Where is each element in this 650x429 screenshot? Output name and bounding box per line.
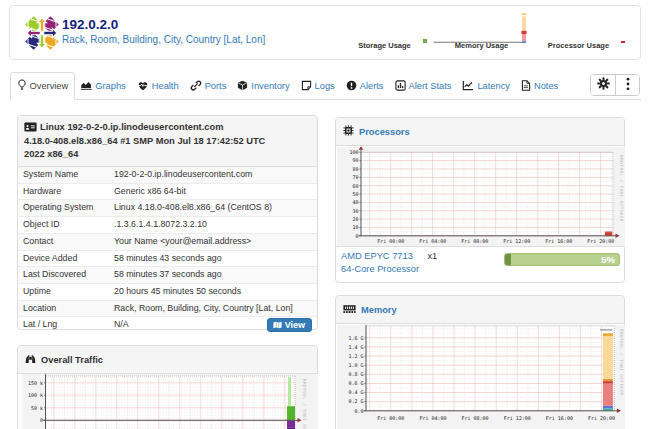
row-value-text: Your Name <your@email.address> bbox=[114, 236, 251, 246]
row-value-text: 58 minutes 37 seconds ago bbox=[114, 269, 222, 279]
svg-text:Fri 04:00: Fri 04:00 bbox=[419, 415, 446, 421]
mini-graph-memory[interactable]: Memory Usage bbox=[433, 12, 530, 56]
system-info-row: System Name192-0-2-0.ip.linodeuserconten… bbox=[18, 167, 317, 183]
row-value-text: 192-0-2-0.ip.linodeusercontent.com bbox=[114, 169, 252, 179]
lightbulb-icon bbox=[17, 79, 27, 93]
device-settings-button[interactable] bbox=[591, 75, 615, 95]
memory-graph[interactable]: 0.00.2 G0.4 G0.6 G0.8 G1.0 G1.2 G1.4 G1.… bbox=[337, 325, 624, 429]
mini-graph-storage[interactable]: Storage Usage bbox=[336, 12, 433, 56]
row-value: Rack, Room, Building, City, Country [Lat… bbox=[109, 300, 317, 317]
row-value: .1.3.6.1.4.1.8072.3.2.10 bbox=[109, 217, 317, 234]
row-value: 192-0-2-0.ip.linodeusercontent.com bbox=[109, 167, 317, 183]
svg-text:100: 100 bbox=[349, 149, 358, 155]
row-value-text: .1.3.6.1.4.1.8072.3.2.10 bbox=[114, 219, 207, 229]
svg-text:0: 0 bbox=[40, 417, 43, 423]
traffic-rrd-chart: 050 k100 k150 kRRDTOOL / TOBI OETIKER bbox=[22, 374, 318, 429]
svg-text:50: 50 bbox=[352, 191, 358, 197]
row-label: Location bbox=[18, 300, 109, 317]
tab-latency[interactable]: Latency bbox=[457, 72, 516, 100]
processors-title: Processors bbox=[359, 127, 410, 137]
binoculars-icon bbox=[25, 354, 36, 366]
id-card-icon bbox=[24, 122, 40, 132]
system-info-row: Uptime20 hours 45 minutes 50 seconds bbox=[18, 283, 317, 300]
tab-health[interactable]: Health bbox=[131, 72, 184, 100]
system-info-title: Linux 192-0-2-0.ip.linodeusercontent.com… bbox=[24, 122, 265, 159]
row-value: 58 minutes 37 seconds ago bbox=[109, 267, 317, 284]
memory-sparkline bbox=[433, 12, 530, 43]
svg-text:150 k: 150 k bbox=[28, 380, 43, 386]
tab-graphs[interactable]: Graphs bbox=[75, 72, 132, 100]
exclamation-circle-icon bbox=[346, 80, 357, 93]
tab-alert-stats[interactable]: Alert Stats bbox=[389, 72, 457, 100]
row-label: Object ID bbox=[18, 217, 109, 234]
svg-text:0.2 G: 0.2 G bbox=[348, 398, 363, 404]
system-info-row: Last Discovered58 minutes 37 seconds ago bbox=[18, 267, 317, 284]
row-value: Your Name <your@email.address> bbox=[109, 233, 317, 250]
row-value: 58 minutes 43 seconds ago bbox=[109, 250, 317, 267]
svg-text:RRDTOOL / TOBI OETIKER: RRDTOOL / TOBI OETIKER bbox=[619, 329, 624, 395]
tab-alerts[interactable]: Alerts bbox=[340, 72, 389, 100]
map-icon bbox=[273, 321, 282, 329]
svg-text:Fri 08:00: Fri 08:00 bbox=[461, 238, 488, 244]
centos-logo bbox=[17, 8, 67, 58]
more-options-button[interactable] bbox=[615, 75, 639, 95]
overall-traffic-graph[interactable]: 050 k100 k150 kRRDTOOL / TOBI OETIKER bbox=[22, 374, 317, 429]
row-value-text: N/A bbox=[114, 319, 129, 329]
row-label: Contact bbox=[18, 233, 109, 250]
svg-text:0.0: 0.0 bbox=[354, 408, 363, 414]
processors-panel: Processors 0102030405060708090100Fri 00:… bbox=[335, 117, 625, 283]
system-info-row: LocationRack, Room, Building, City, Coun… bbox=[18, 300, 317, 317]
svg-text:90: 90 bbox=[352, 157, 358, 163]
memory-icon bbox=[343, 304, 356, 316]
processor-name-link[interactable]: AMD EPYC 7713 bbox=[341, 251, 413, 261]
row-label: Last Discovered bbox=[18, 267, 109, 284]
svg-text:0.6 G: 0.6 G bbox=[348, 380, 363, 386]
row-value-text: Rack, Room, Building, City, Country [Lat… bbox=[114, 303, 293, 313]
svg-text:Fri 00:00: Fri 00:00 bbox=[377, 415, 404, 421]
row-value: Linux 4.18.0-408.el8.x86_64 (CentOS 8) bbox=[109, 200, 317, 217]
svg-text:70: 70 bbox=[352, 174, 358, 180]
sticky-note-icon bbox=[301, 80, 312, 93]
system-info-row: ContactYour Name <your@email.address> bbox=[18, 233, 317, 250]
storage-sparkline bbox=[336, 12, 433, 43]
processors-header[interactable]: Processors bbox=[336, 118, 624, 146]
processor-usage-bar: 5% bbox=[504, 253, 620, 266]
processor-row: AMD EPYC 7713 x1 64-Core Processor 5% bbox=[336, 246, 624, 282]
tab-overview[interactable]: Overview bbox=[10, 72, 75, 100]
svg-text:Fri 12:00: Fri 12:00 bbox=[503, 238, 530, 244]
device-tabbar: Overview Graphs Health Ports Inventor bbox=[10, 72, 641, 100]
processor-count: x1 bbox=[427, 251, 437, 261]
svg-text:1.6 G: 1.6 G bbox=[348, 335, 363, 341]
mini-graph-storage-label: Storage Usage bbox=[336, 41, 433, 50]
tab-notes[interactable]: Notes bbox=[515, 72, 563, 100]
row-label: Lat / Lng bbox=[18, 317, 109, 334]
mini-graph-processor[interactable]: Processor Usage bbox=[530, 12, 627, 56]
note-file-icon bbox=[521, 80, 531, 93]
device-header-panel: 192.0.2.0 Rack, Room, Building, City, Co… bbox=[9, 5, 641, 60]
tab-logs[interactable]: Logs bbox=[295, 72, 340, 100]
svg-text:Fri 16:00: Fri 16:00 bbox=[545, 238, 572, 244]
row-label: System Name bbox=[18, 167, 109, 183]
processors-graph[interactable]: 0102030405060708090100Fri 00:00Fri 04:00… bbox=[337, 147, 624, 251]
svg-text:Fri 08:00: Fri 08:00 bbox=[462, 415, 489, 421]
memory-header[interactable]: Memory bbox=[336, 296, 624, 324]
system-info-row: Object ID.1.3.6.1.4.1.8072.3.2.10 bbox=[18, 217, 317, 234]
svg-text:RRDTOOL / TOBI OETIKER: RRDTOOL / TOBI OETIKER bbox=[619, 155, 624, 221]
mini-graph-processor-label: Processor Usage bbox=[530, 41, 627, 50]
system-info-panel: Linux 192-0-2-0.ip.linodeusercontent.com… bbox=[17, 115, 318, 330]
row-value: N/AView bbox=[109, 317, 317, 334]
svg-text:0.4 G: 0.4 G bbox=[348, 389, 363, 395]
view-location-button[interactable]: View bbox=[267, 318, 312, 332]
svg-text:40: 40 bbox=[352, 199, 358, 205]
tab-inventory[interactable]: Inventory bbox=[232, 72, 295, 100]
device-hostname[interactable]: 192.0.2.0 bbox=[62, 17, 118, 32]
svg-text:Fri 16:00: Fri 16:00 bbox=[546, 415, 573, 421]
svg-text:60: 60 bbox=[352, 183, 358, 189]
link-icon bbox=[190, 80, 202, 93]
svg-text:0: 0 bbox=[355, 233, 358, 239]
overall-traffic-header: Overall Traffic bbox=[18, 346, 317, 374]
device-location-link[interactable]: Rack, Room, Building, City, Country [Lat… bbox=[62, 34, 265, 45]
tab-ports[interactable]: Ports bbox=[184, 72, 232, 100]
kebab-icon bbox=[626, 77, 630, 94]
svg-text:30: 30 bbox=[352, 208, 358, 214]
